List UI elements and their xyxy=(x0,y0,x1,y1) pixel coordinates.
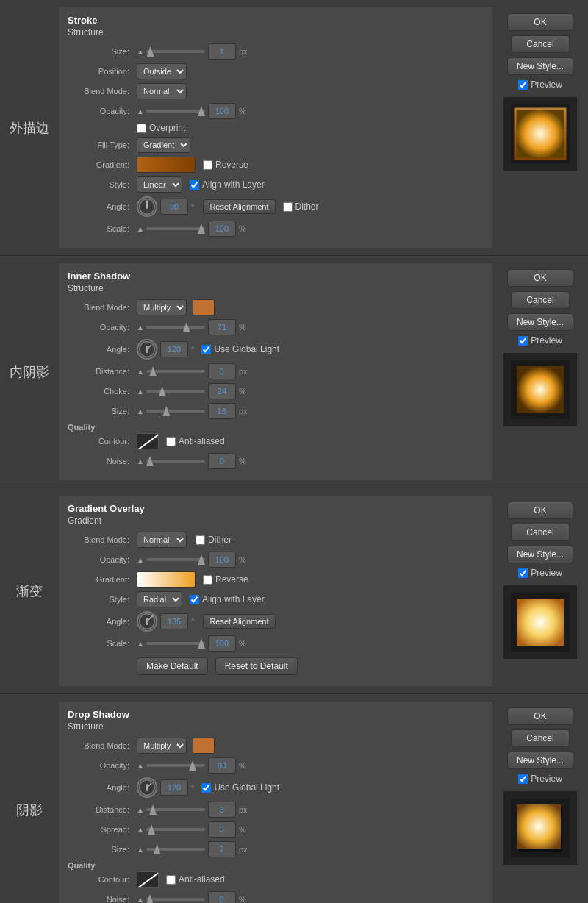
ds-opacity-input[interactable] xyxy=(208,757,236,774)
go-ok-btn[interactable]: OK xyxy=(507,502,573,519)
stroke-position-select[interactable]: OutsideInsideCenter xyxy=(137,63,187,79)
go-dither-checkbox[interactable] xyxy=(196,535,205,545)
ds-size-slider[interactable] xyxy=(146,848,205,851)
is-preview-label: Preview xyxy=(531,335,562,346)
stroke-preview-checkbox[interactable] xyxy=(518,80,528,90)
ds-color-swatch[interactable] xyxy=(193,738,215,754)
go-reverse-checkbox[interactable] xyxy=(203,575,212,585)
stroke-style-select[interactable]: LinearRadialAngle xyxy=(137,176,182,193)
is-globallight-checkbox[interactable] xyxy=(201,345,211,354)
stroke-opacity-label: Opacity: xyxy=(68,107,134,115)
is-cancel-btn[interactable]: Cancel xyxy=(511,291,570,309)
is-contour-row: Contour: Anti-aliased xyxy=(68,433,484,449)
stroke-cancel-btn[interactable]: Cancel xyxy=(511,35,570,53)
stroke-newstyle-btn[interactable]: New Style... xyxy=(507,57,573,75)
ds-distance-input[interactable] xyxy=(208,802,236,818)
is-preview-checkbox[interactable] xyxy=(518,336,528,346)
is-noise-slider[interactable] xyxy=(146,460,205,463)
is-choke-label: Choke: xyxy=(68,387,134,396)
ds-blendmode-select[interactable]: MultiplyNormal xyxy=(137,738,187,754)
stroke-scale-slider[interactable] xyxy=(146,227,205,230)
go-gradient-label: Gradient: xyxy=(68,575,134,584)
stroke-opacity-input[interactable] xyxy=(208,103,236,119)
ds-ok-btn[interactable]: OK xyxy=(507,707,573,725)
stroke-opacity-slider[interactable] xyxy=(146,110,205,113)
is-distance-slider[interactable] xyxy=(146,370,205,373)
stroke-reverse-label: Reverse xyxy=(215,160,248,170)
is-distance-input[interactable] xyxy=(208,363,236,379)
is-angle-dial[interactable] xyxy=(137,339,157,360)
ds-spread-input[interactable] xyxy=(208,821,236,838)
is-opacity-slider[interactable] xyxy=(146,326,205,329)
stroke-overprint-checkbox[interactable] xyxy=(137,124,146,133)
is-antialiased-checkbox[interactable] xyxy=(166,437,176,446)
go-opacity-input[interactable] xyxy=(208,552,236,568)
ds-contour-swatch[interactable] xyxy=(137,871,159,888)
is-quality-divider: Quality xyxy=(68,423,484,432)
stroke-size-input[interactable] xyxy=(208,43,236,60)
stroke-gradient-label: Gradient: xyxy=(68,160,134,169)
is-choke-slider[interactable] xyxy=(146,390,205,393)
is-ok-btn[interactable]: OK xyxy=(507,269,573,287)
is-size-slider[interactable] xyxy=(146,410,205,413)
is-choke-input[interactable] xyxy=(208,383,236,399)
stroke-dither-checkbox[interactable] xyxy=(283,202,293,212)
go-makedefault-btn[interactable]: Make Default xyxy=(137,657,208,675)
ds-noise-input[interactable] xyxy=(208,891,236,903)
is-newstyle-btn[interactable]: New Style... xyxy=(507,313,573,331)
go-align-checkbox[interactable] xyxy=(190,595,199,604)
stroke-angle-input[interactable] xyxy=(160,199,188,215)
stroke-ok-btn[interactable]: OK xyxy=(507,13,573,31)
go-blendmode-select[interactable]: NormalMultiply xyxy=(137,532,187,548)
is-contour-swatch[interactable] xyxy=(137,433,159,449)
is-preview-box xyxy=(503,353,577,426)
ds-angle-dial[interactable] xyxy=(137,777,157,798)
go-cancel-btn[interactable]: Cancel xyxy=(511,524,570,541)
stroke-reverse-checkbox[interactable] xyxy=(203,160,212,170)
go-blendmode-label: Blend Mode: xyxy=(68,535,134,544)
stroke-reset-alignment-btn[interactable]: Reset Alignment xyxy=(203,199,275,214)
ds-globallight-checkbox[interactable] xyxy=(201,783,211,793)
go-resettodefault-btn[interactable]: Reset to Default xyxy=(215,657,298,675)
go-preview-checkbox[interactable] xyxy=(518,568,528,578)
go-scale-input[interactable] xyxy=(208,635,236,652)
stroke-align-checkbox[interactable] xyxy=(190,180,199,190)
go-scale-slider[interactable] xyxy=(146,642,205,645)
ds-blendmode-row: Blend Mode: MultiplyNormal xyxy=(68,738,484,754)
ds-spread-slider[interactable] xyxy=(146,828,205,831)
is-color-swatch[interactable] xyxy=(193,299,215,315)
go-gradient-swatch[interactable] xyxy=(137,571,196,588)
is-opacity-input[interactable] xyxy=(208,319,236,335)
stroke-title: Stroke xyxy=(68,15,484,26)
go-newstyle-btn[interactable]: New Style... xyxy=(507,546,573,563)
ds-angle-input[interactable] xyxy=(160,779,188,796)
stroke-filltype-select[interactable]: GradientColorPattern xyxy=(137,137,190,153)
ds-noise-slider[interactable] xyxy=(146,898,205,901)
ds-cancel-btn[interactable]: Cancel xyxy=(511,729,570,747)
is-distance-row: Distance: ▲ px xyxy=(68,363,484,379)
ds-newstyle-btn[interactable]: New Style... xyxy=(507,752,573,769)
go-opacity-slider[interactable] xyxy=(146,558,205,561)
stroke-gradient-swatch[interactable] xyxy=(137,157,196,173)
go-style-row: Style: RadialLinearAngle Align with Laye… xyxy=(68,591,484,607)
ds-preview-checkbox[interactable] xyxy=(518,774,528,784)
stroke-angle-dial[interactable] xyxy=(137,196,157,217)
ds-antialiased-checkbox[interactable] xyxy=(166,875,176,885)
go-style-select[interactable]: RadialLinearAngle xyxy=(137,591,182,607)
stroke-label: 外描边 xyxy=(0,7,59,248)
go-angle-dial[interactable] xyxy=(137,611,157,632)
is-blendmode-select[interactable]: MultiplyNormalScreen xyxy=(137,299,187,315)
stroke-scale-input[interactable] xyxy=(208,221,236,237)
is-angle-input[interactable] xyxy=(160,341,188,357)
go-angle-input[interactable] xyxy=(160,613,188,629)
is-noise-input[interactable] xyxy=(208,453,236,469)
ds-distance-slider[interactable] xyxy=(146,808,205,811)
go-opacity-label: Opacity: xyxy=(68,555,134,564)
ds-opacity-slider[interactable] xyxy=(146,764,205,767)
stroke-blendmode-select[interactable]: NormalMultiplyScreen xyxy=(137,83,187,99)
stroke-size-slider[interactable] xyxy=(146,50,205,53)
is-size-input[interactable] xyxy=(208,403,236,419)
go-reset-alignment-btn[interactable]: Reset Alignment xyxy=(203,614,275,629)
ds-size-input[interactable] xyxy=(208,841,236,857)
go-style-label: Style: xyxy=(68,595,134,604)
